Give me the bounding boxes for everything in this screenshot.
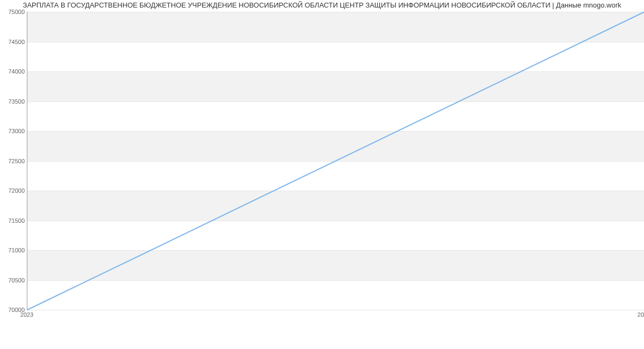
y-tick-label: 71000 [1,247,25,253]
gridline [27,310,644,310]
y-tick-label: 70500 [1,277,25,283]
plot-area [27,12,644,310]
chart-title: ЗАРПЛАТА В ГОСУДАРСТВЕННОЕ БЮДЖЕТНОЕ УЧР… [0,1,644,9]
y-tick-label: 73500 [1,98,25,105]
x-tick-label: 2023 [20,311,33,318]
line-layer [27,12,644,310]
y-tick-label: 73000 [1,128,25,134]
y-tick-label: 75000 [1,9,25,15]
y-tick-label: 74000 [1,68,25,75]
x-tick-label: 2024 [638,311,644,318]
y-tick-label: 71500 [1,217,25,224]
y-tick-label: 74500 [1,39,25,45]
y-tick-label: 72500 [1,158,25,164]
y-tick-label: 72000 [1,187,25,194]
series-line-0 [27,12,644,310]
